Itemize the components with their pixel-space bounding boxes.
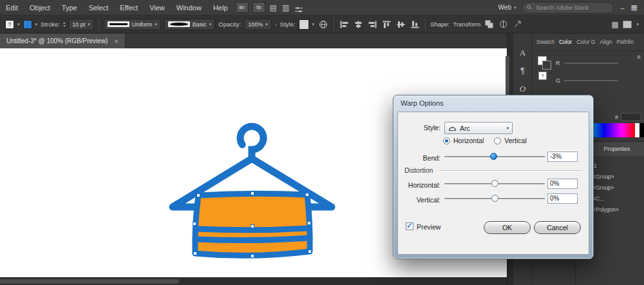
character-panel-icon[interactable]: A: [520, 48, 526, 58]
chevron-down-icon[interactable]: ▾: [155, 22, 157, 27]
style-label[interactable]: Style:: [280, 21, 296, 28]
opacity-value: 100%: [248, 21, 263, 28]
chevron-down-icon[interactable]: ▾: [265, 22, 268, 27]
document-setup-globe-icon[interactable]: [319, 20, 328, 29]
align-vertical-bottom-icon[interactable]: [411, 21, 419, 28]
chevron-down-icon[interactable]: ▾: [312, 22, 315, 27]
preview-checkbox[interactable]: [406, 222, 413, 230]
app-settings-icon[interactable]: [294, 6, 303, 14]
chevron-down-icon[interactable]: ▾: [88, 22, 90, 27]
minimize-icon[interactable]: –: [620, 4, 624, 12]
shape-options-icon[interactable]: [513, 20, 522, 28]
stroke-color-well[interactable]: [23, 20, 32, 29]
dock-layout-icon[interactable]: [623, 21, 632, 28]
align-horizontal-right-icon[interactable]: [368, 21, 377, 28]
separator: [334, 19, 334, 30]
menu-window[interactable]: Window: [171, 0, 207, 15]
width-profile-dropdown[interactable]: Uniform ▾: [104, 19, 161, 30]
chevron-down-icon[interactable]: ▾: [636, 22, 639, 27]
align-horizontal-left-icon[interactable]: [340, 21, 348, 28]
arrange-windows-icon[interactable]: ▦: [631, 3, 638, 12]
menu-bar: Edit Object Type Select Effect View Wind…: [0, 0, 644, 15]
menu-type[interactable]: Type: [56, 0, 83, 15]
stock-icon[interactable]: St: [252, 2, 265, 13]
menu-select[interactable]: Select: [83, 0, 115, 15]
stroke-swatch[interactable]: [542, 61, 551, 70]
align-vertical-center-icon[interactable]: [397, 21, 405, 28]
graphic-style-well[interactable]: [299, 19, 309, 30]
horizontal-distortion-slider[interactable]: [444, 179, 545, 188]
bend-slider[interactable]: [444, 152, 545, 161]
arrange-documents-icon[interactable]: ▦: [611, 20, 618, 29]
bend-value-field[interactable]: -3%: [547, 152, 578, 162]
towel-stripe-2: [196, 238, 309, 241]
red-channel-row[interactable]: R: [556, 60, 618, 66]
vertical-distortion-slider[interactable]: [444, 194, 545, 203]
tab-properties[interactable]: Properties: [590, 142, 644, 156]
paragraph-panel-icon[interactable]: ¶: [520, 66, 524, 75]
opentype-panel-icon[interactable]: O: [520, 84, 526, 94]
horizontal-slider-thumb[interactable]: [491, 180, 498, 187]
warp-options-dialog[interactable]: Warp Options Style: Arc ▾ Horizontal Ver…: [393, 95, 594, 259]
bend-slider-thumb[interactable]: [490, 153, 497, 160]
tab-color[interactable]: Color: [559, 39, 572, 45]
panel-menu-icon[interactable]: ≡: [637, 54, 641, 61]
warp-style-dropdown[interactable]: Arc ▾: [444, 122, 513, 134]
document-tab[interactable]: Untitled-3* @ 100% (RGB/Preview) ×: [0, 34, 126, 48]
green-channel-slider[interactable]: [564, 80, 618, 81]
horizontal-scrollbar-thumb[interactable]: [0, 279, 179, 284]
tab-align[interactable]: Align: [600, 39, 612, 45]
brush-dropdown[interactable]: Basic ▾: [164, 19, 216, 30]
menu-object[interactable]: Object: [24, 0, 56, 15]
cancel-button[interactable]: Cancel: [534, 221, 581, 234]
separator: [99, 19, 99, 30]
align-horizontal-center-icon[interactable]: [354, 21, 363, 28]
white-swatch[interactable]: [635, 123, 639, 137]
vertical-slider-thumb[interactable]: [491, 195, 498, 202]
stroke-weight-field[interactable]: 10 pt ▾: [68, 19, 94, 30]
layer-name: <Polygon>: [592, 206, 619, 213]
search-input[interactable]: [535, 4, 609, 12]
radio-vertical[interactable]: Vertical: [494, 137, 526, 144]
green-channel-row[interactable]: G: [556, 77, 618, 84]
stroke-weight-stepper[interactable]: ▴ ▾: [63, 21, 65, 28]
opacity-field[interactable]: 100% ▾: [244, 19, 272, 30]
chevron-down-icon[interactable]: ▾: [17, 22, 20, 27]
chevron-down-icon[interactable]: ▾: [35, 22, 38, 27]
step-down-icon[interactable]: ▾: [63, 25, 65, 28]
ok-button[interactable]: OK: [484, 221, 531, 234]
opacity-label[interactable]: Opacity:: [218, 21, 241, 28]
isolate-selection-icon[interactable]: [485, 20, 493, 28]
unknown-color-swatch[interactable]: ?: [538, 72, 547, 80]
document-title: Untitled-3* @ 100% (RGB/Preview): [6, 37, 108, 44]
hex-field[interactable]: [621, 113, 641, 121]
tab-swatches[interactable]: Swatch: [536, 39, 554, 45]
bridge-icon[interactable]: Br: [236, 2, 249, 13]
radio-horizontal-dot[interactable]: [443, 137, 450, 144]
grid-view-icon[interactable]: ▤: [270, 0, 277, 15]
horizontal-value-field[interactable]: 0%: [547, 179, 578, 189]
recolor-artwork-icon[interactable]: [499, 20, 507, 28]
radio-vertical-dot[interactable]: [494, 137, 501, 144]
chevron-down-icon[interactable]: ▾: [209, 22, 212, 27]
stroke-label[interactable]: Stroke:: [41, 21, 60, 28]
menu-view[interactable]: View: [144, 0, 171, 15]
stock-search[interactable]: [522, 2, 614, 14]
dialog-title[interactable]: Warp Options: [393, 95, 593, 111]
menu-effect[interactable]: Effect: [114, 0, 144, 15]
tab-pathfinder[interactable]: Pathfin: [616, 39, 633, 45]
column-view-icon[interactable]: ▥: [282, 0, 289, 15]
radio-horizontal[interactable]: Horizontal: [443, 137, 484, 144]
menu-edit[interactable]: Edit: [0, 0, 24, 15]
red-channel-slider[interactable]: [564, 63, 618, 64]
vertical-value-field[interactable]: 0%: [547, 193, 578, 204]
menu-help[interactable]: Help: [207, 0, 234, 15]
black-swatch[interactable]: [639, 123, 644, 137]
align-vertical-top-icon[interactable]: [383, 21, 391, 28]
fill-color-well[interactable]: ?: [5, 20, 14, 29]
close-icon[interactable]: ×: [114, 37, 118, 45]
tab-color-guide[interactable]: Color G: [576, 39, 595, 45]
transform-link[interactable]: Transform: [453, 21, 480, 28]
workspace-switcher[interactable]: Web ▾: [498, 4, 516, 11]
horizontal-scrollbar[interactable]: [0, 277, 507, 285]
